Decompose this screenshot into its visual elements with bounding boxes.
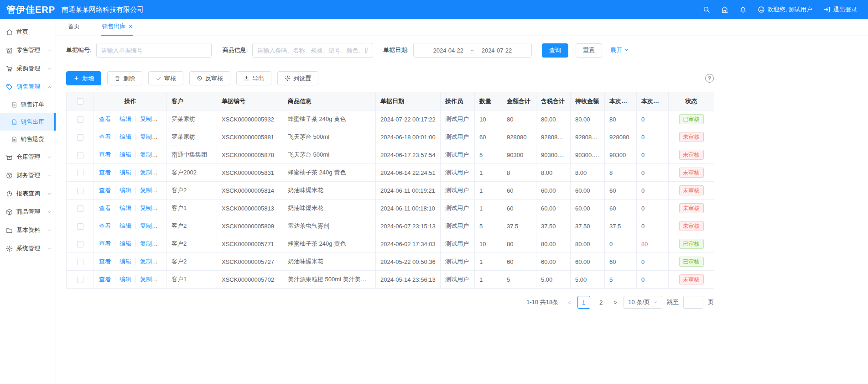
action-view-link[interactable]: 查看 [95, 151, 115, 158]
row-checkbox[interactable] [77, 205, 83, 212]
action-copy-link[interactable]: 复制 [136, 240, 156, 247]
action-edit-link[interactable]: 编辑 [115, 258, 136, 265]
export-button[interactable]: 导出 [236, 71, 271, 85]
welcome-user[interactable]: 欢迎您, 测试用户 [758, 5, 812, 14]
row-checkbox[interactable] [77, 188, 83, 194]
action-view-link[interactable]: 查看 [95, 187, 115, 194]
add-button[interactable]: 新增 [66, 71, 101, 85]
action-copy-link[interactable]: 复制 [136, 169, 156, 176]
product-info-input[interactable] [252, 43, 373, 58]
row-checkbox[interactable] [77, 170, 83, 176]
sidebar-item-product[interactable]: 商品管理 [0, 203, 56, 221]
action-view-link[interactable]: 查看 [95, 116, 115, 122]
search-button[interactable]: 查询 [542, 43, 568, 58]
action-copy-link[interactable]: 复制 [136, 133, 156, 140]
row-checkbox[interactable] [77, 277, 83, 283]
row-checkbox[interactable] [77, 152, 83, 158]
cell-order-no: XSCK00000005878 [217, 146, 283, 164]
sidebar-item-sales-order[interactable]: 销售订单 [0, 96, 56, 113]
action-view-link[interactable]: 查看 [95, 258, 115, 265]
action-delete-link[interactable]: 删除 [156, 116, 167, 122]
table-row: 查看编辑复制删除客户2XSCK00000005814奶油味爆米花2024-06-… [67, 182, 714, 200]
action-delete-link[interactable]: 删除 [156, 205, 167, 211]
page-button-1[interactable]: 1 [577, 296, 590, 309]
action-view-link[interactable]: 查看 [95, 222, 115, 229]
action-view-link[interactable]: 查看 [95, 205, 115, 211]
action-view-link[interactable]: 查看 [95, 169, 115, 176]
audit-button[interactable]: 审核 [148, 71, 183, 85]
action-edit-link[interactable]: 编辑 [115, 169, 136, 176]
sidebar-item-report[interactable]: 报表查询 [0, 184, 56, 203]
cell-customer: 客户2 [167, 217, 217, 235]
next-page-button[interactable]: > [612, 299, 619, 306]
action-edit-link[interactable]: 编辑 [115, 205, 136, 211]
sidebar-item-system[interactable]: 系统管理 [0, 239, 56, 258]
action-copy-link[interactable]: 复制 [136, 151, 156, 158]
column-settings-button[interactable]: 列设置 [277, 71, 318, 85]
select-all-checkbox[interactable] [77, 98, 83, 105]
search-icon[interactable] [703, 6, 710, 13]
page-button-2[interactable]: 2 [595, 296, 608, 309]
tab-home[interactable]: 首页 [67, 22, 81, 36]
sidebar-item-sales[interactable]: 销售管理 [0, 78, 56, 96]
action-delete-link[interactable]: 删除 [156, 276, 167, 283]
action-copy-link[interactable]: 复制 [136, 187, 156, 194]
action-copy-link[interactable]: 复制 [136, 116, 156, 122]
logout-button[interactable]: 退出登录 [823, 5, 857, 14]
action-copy-link[interactable]: 复制 [136, 258, 156, 265]
action-delete-link[interactable]: 删除 [156, 151, 167, 158]
button-label: 导出 [252, 74, 264, 83]
jump-page-input[interactable] [683, 296, 703, 309]
action-delete-link[interactable]: 删除 [156, 169, 167, 176]
row-checkbox[interactable] [77, 116, 83, 123]
top-header: 管伊佳ERP 南通某某网络科技有限公司 欢迎您, 测试用户 退出登录 [0, 0, 868, 19]
action-copy-link[interactable]: 复制 [136, 276, 156, 283]
action-delete-link[interactable]: 删除 [156, 187, 167, 194]
prev-page-button[interactable]: < [566, 299, 573, 306]
action-delete-link[interactable]: 删除 [156, 258, 167, 265]
action-copy-link[interactable]: 复制 [136, 205, 156, 211]
sidebar-item-purchase[interactable]: 采购管理 [0, 59, 56, 78]
help-icon[interactable]: ? [705, 74, 714, 83]
action-edit-link[interactable]: 编辑 [115, 116, 136, 122]
delete-button[interactable]: 删除 [107, 71, 142, 85]
unaudit-button[interactable]: 反审核 [189, 71, 230, 85]
close-icon[interactable]: × [129, 23, 132, 30]
action-edit-link[interactable]: 编辑 [115, 222, 136, 229]
sidebar-item-retail[interactable]: 零售管理 [0, 41, 56, 59]
sidebar-item-warehouse[interactable]: 仓库管理 [0, 148, 56, 166]
page-size-select[interactable]: 10 条/页 [624, 296, 662, 309]
action-edit-link[interactable]: 编辑 [115, 240, 136, 247]
action-delete-link[interactable]: 删除 [156, 133, 167, 140]
expand-link[interactable]: 展开 [610, 46, 629, 54]
reset-button[interactable]: 重置 [576, 43, 602, 58]
action-copy-link[interactable]: 复制 [136, 222, 156, 229]
cell-qty: 5 [475, 217, 502, 235]
cell-product: 蜂蜜柚子茶 240g 黄色 [283, 164, 376, 182]
sidebar-item-basedata[interactable]: 基本资料 [0, 221, 56, 239]
sidebar-item-sales-outbound[interactable]: 销售出库 [0, 113, 56, 131]
sidebar-item-home[interactable]: 首页 [0, 23, 56, 41]
bell-icon[interactable] [739, 6, 747, 13]
action-edit-link[interactable]: 编辑 [115, 187, 136, 194]
action-delete-link[interactable]: 删除 [156, 240, 167, 247]
action-edit-link[interactable]: 编辑 [115, 151, 136, 158]
sidebar-item-finance[interactable]: 财务管理 [0, 166, 56, 184]
building-icon[interactable] [721, 6, 728, 13]
action-view-link[interactable]: 查看 [95, 133, 115, 140]
action-view-link[interactable]: 查看 [95, 240, 115, 247]
action-edit-link[interactable]: 编辑 [115, 133, 136, 140]
action-view-link[interactable]: 查看 [95, 276, 115, 283]
date-range-picker[interactable]: 2024-04-22 ~ 2024-07-22 [413, 43, 532, 58]
row-checkbox[interactable] [77, 223, 83, 230]
sidebar-item-sales-return[interactable]: 销售退货 [0, 131, 56, 148]
row-checkbox[interactable] [77, 134, 83, 141]
cell-received: 5 [605, 271, 637, 289]
table-row: 查看编辑复制删除南通中集集团XSCK00000005878飞天茅台 500ml2… [67, 146, 714, 164]
action-delete-link[interactable]: 删除 [156, 222, 167, 229]
row-checkbox[interactable] [77, 259, 83, 265]
row-checkbox[interactable] [77, 241, 83, 247]
order-no-input[interactable] [96, 43, 212, 58]
tab-sales-outbound[interactable]: 销售出库× [101, 22, 133, 36]
action-edit-link[interactable]: 编辑 [115, 276, 136, 283]
